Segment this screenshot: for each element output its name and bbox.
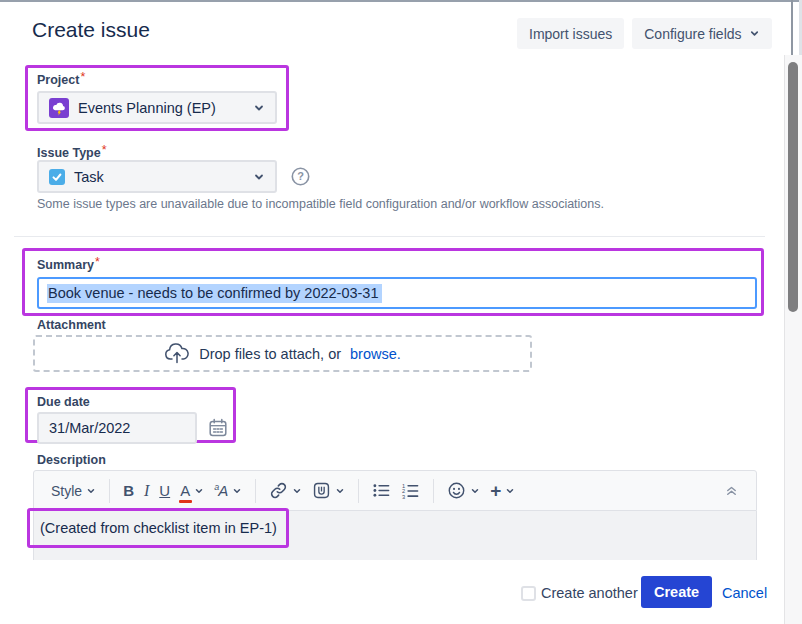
plus-icon: + [490, 483, 501, 498]
task-icon [49, 169, 65, 185]
summary-annotation-box: Summary* Book venue - needs to be confir… [22, 248, 764, 316]
calendar-button[interactable] [207, 417, 229, 439]
attach-button[interactable] [307, 477, 350, 504]
toolbar-separator [109, 479, 110, 503]
chevron-down-icon [335, 486, 345, 496]
svg-text:3: 3 [402, 494, 405, 499]
text-color-label: A [180, 482, 190, 499]
issue-type-select[interactable]: Task [37, 160, 277, 193]
create-another-checkbox[interactable] [521, 586, 536, 601]
paperclip-icon [312, 481, 331, 500]
issue-type-row: Task ? [37, 160, 310, 193]
toolbar-separator [358, 479, 359, 503]
style-menu-label: Style [51, 483, 82, 499]
calendar-icon [207, 417, 229, 439]
collapse-toolbar-button[interactable] [719, 480, 744, 501]
issue-type-select-value: Task [74, 169, 104, 185]
underline-button[interactable]: U [154, 478, 175, 503]
font-options-button[interactable]: aA [209, 478, 247, 503]
browse-link[interactable]: browse. [350, 346, 401, 362]
toolbar-separator [255, 479, 256, 503]
emoji-button[interactable] [442, 477, 485, 504]
style-menu-button[interactable]: Style [46, 479, 101, 503]
chevron-down-icon [86, 486, 96, 496]
numbered-list-button[interactable]: 123 [396, 478, 425, 503]
create-button-label: Create [654, 584, 699, 600]
italic-button[interactable]: I [139, 478, 154, 504]
chevron-down-icon [253, 171, 265, 183]
svg-text:?: ? [297, 170, 304, 182]
link-button[interactable] [264, 477, 307, 504]
help-icon[interactable]: ? [291, 167, 310, 186]
attachment-label: Attachment [37, 318, 106, 333]
due-date-row: 31/Mar/2022 [37, 412, 233, 444]
link-icon [269, 481, 288, 500]
smiley-icon [447, 481, 466, 500]
due-date-label: Due date [37, 395, 90, 410]
due-date-input[interactable]: 31/Mar/2022 [37, 412, 197, 444]
cancel-link[interactable]: Cancel [722, 585, 767, 601]
description-text: (Created from checklist item in EP-1) [40, 520, 277, 536]
chevron-down-icon [292, 486, 302, 496]
project-select-value: Events Planning (EP) [78, 100, 216, 116]
chevron-down-icon [232, 486, 242, 496]
bullet-list-button[interactable] [367, 478, 396, 503]
toolbar-separator [433, 479, 434, 503]
chevron-down-icon [505, 486, 515, 496]
import-issues-label: Import issues [529, 26, 612, 42]
chevron-down-icon [194, 486, 204, 496]
description-label: Description [37, 453, 106, 468]
issue-type-label: Issue Type [37, 146, 101, 161]
chevron-down-icon [470, 486, 480, 496]
text-color-swatch [179, 500, 192, 503]
chevron-down-icon [749, 28, 760, 39]
bullet-list-icon [372, 482, 391, 499]
section-divider [14, 236, 765, 237]
window-top-edge [0, 0, 802, 2]
required-asterisk: * [80, 70, 85, 84]
import-issues-button[interactable]: Import issues [517, 18, 624, 49]
project-annotation-box: Project* Events Planning (EP) [25, 65, 289, 131]
project-select[interactable]: Events Planning (EP) [37, 91, 277, 124]
chevron-down-icon [253, 102, 265, 114]
summary-selected-text: Book venue - needs to be confirmed by 20… [47, 284, 382, 303]
create-issue-dialog: Create issue Import issues Configure fie… [0, 0, 802, 624]
description-toolbar: Style B I U A aA [33, 470, 757, 511]
page-title: Create issue [32, 18, 150, 42]
dropzone-text: Drop files to attach, or [199, 346, 341, 362]
required-asterisk: * [102, 143, 107, 157]
description-annotation-box: (Created from checklist item in EP-1) [27, 508, 289, 548]
cloud-upload-icon [164, 343, 190, 364]
dialog-edge-line [791, 0, 793, 56]
add-button[interactable]: + [485, 479, 520, 502]
project-label: Project [37, 73, 79, 88]
create-another-label: Create another [541, 585, 638, 601]
due-date-value: 31/Mar/2022 [49, 420, 130, 436]
header-actions: Import issues Configure fields [517, 18, 772, 49]
configure-fields-label: Configure fields [644, 26, 741, 42]
issue-type-label-row: Issue Type* [37, 143, 107, 161]
scrollbar-thumb[interactable] [788, 62, 798, 312]
configure-fields-button[interactable]: Configure fields [632, 18, 771, 49]
summary-label: Summary [37, 258, 94, 273]
attachment-dropzone[interactable]: Drop files to attach, or browse. [33, 335, 532, 372]
text-color-button[interactable]: A [175, 478, 209, 503]
create-button[interactable]: Create [641, 576, 712, 608]
required-asterisk: * [95, 255, 100, 269]
summary-input[interactable]: Book venue - needs to be confirmed by 20… [37, 277, 757, 309]
numbered-list-icon: 123 [401, 482, 420, 499]
font-big-label: A [218, 482, 228, 499]
bold-button[interactable]: B [118, 478, 139, 503]
due-date-annotation-box: Due date 31/Mar/2022 [25, 387, 236, 443]
double-chevron-up-icon [724, 484, 739, 497]
issue-type-note: Some issue types are unavailable due to … [37, 197, 777, 211]
project-avatar-icon [49, 98, 69, 118]
